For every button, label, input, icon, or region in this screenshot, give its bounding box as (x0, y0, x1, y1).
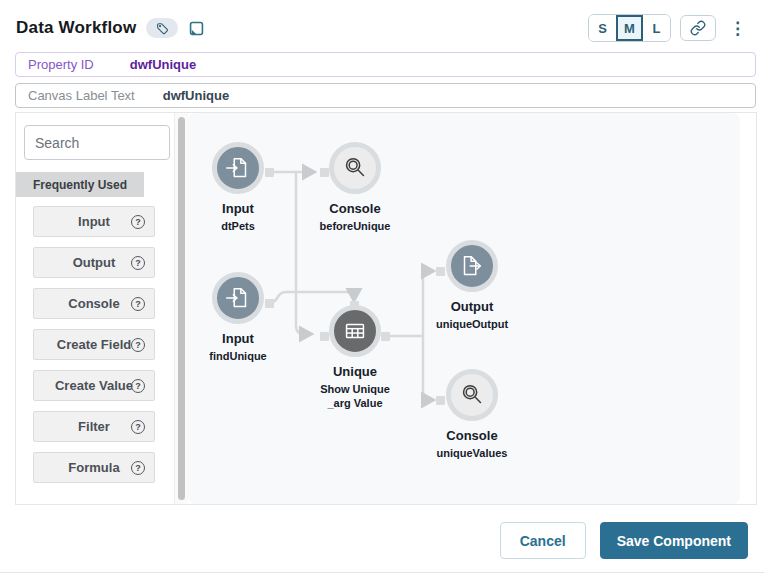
header-actions: S M L ⋮ (588, 14, 750, 42)
copy-note-button[interactable] (187, 19, 206, 38)
sidebar-item-list: Input ? Output ? Console ? Create Field … (16, 197, 174, 483)
link-button[interactable] (680, 15, 716, 41)
sidebar-item-label: Input (78, 214, 110, 229)
help-icon[interactable]: ? (131, 297, 145, 311)
sidebar-section-header: Frequently Used (16, 172, 144, 197)
sidebar-item-output[interactable]: Output ? (33, 247, 155, 278)
sidebar-item-filter[interactable]: Filter ? (33, 411, 155, 442)
input-icon (223, 283, 253, 313)
size-small-button[interactable]: S (589, 15, 616, 41)
node-unique[interactable]: Unique Show Unique _arg Value (305, 305, 405, 411)
canvas-label-value: dwfUnique (163, 88, 229, 103)
console-icon (340, 153, 370, 183)
size-toggle-group: S M L (588, 14, 671, 42)
sidebar-item-label: Filter (78, 419, 110, 434)
help-icon[interactable]: ? (131, 420, 145, 434)
node-console-beforeunique[interactable]: Console beforeUnique (305, 142, 405, 234)
tag-badge[interactable] (146, 18, 178, 38)
workflow-canvas[interactable]: Input dtPets Console beforeUnique (188, 113, 740, 504)
canvas-label-label: Canvas Label Text (28, 88, 135, 103)
sidebar-item-label: Create Field (57, 337, 131, 352)
footer-actions: Cancel Save Component (500, 522, 748, 559)
sidebar-item-create-field[interactable]: Create Field ? (33, 329, 155, 360)
kebab-menu-button[interactable]: ⋮ (725, 20, 750, 37)
property-id-field[interactable]: Property ID dwfUnique (15, 52, 756, 77)
node-output-uniqueoutput[interactable]: Output uniqueOutput (422, 240, 522, 332)
sidebar-item-label: Create Value (55, 378, 133, 393)
operator-sidebar: Frequently Used Input ? Output ? Console… (16, 113, 174, 504)
header: Data Workflow S M L ⋮ (0, 0, 764, 52)
property-id-label: Property ID (28, 57, 94, 72)
sidebar-item-console[interactable]: Console ? (33, 288, 155, 319)
sidebar-item-create-value[interactable]: Create Value ? (33, 370, 155, 401)
cancel-button[interactable]: Cancel (500, 522, 586, 559)
sidebar-scrollbar[interactable] (174, 113, 188, 504)
tag-icon (156, 22, 169, 35)
canvas-label-field[interactable]: Canvas Label Text dwfUnique (15, 83, 756, 108)
workflow-panel: Frequently Used Input ? Output ? Console… (15, 112, 757, 505)
help-icon[interactable]: ? (131, 379, 145, 393)
help-icon[interactable]: ? (131, 215, 145, 229)
property-id-value: dwfUnique (130, 57, 196, 72)
help-icon[interactable]: ? (131, 461, 145, 475)
sidebar-item-formula[interactable]: Formula ? (33, 452, 155, 483)
sidebar-item-label: Output (73, 255, 116, 270)
sidebar-item-label: Console (68, 296, 119, 311)
output-icon (457, 251, 487, 281)
sidebar-item-label: Formula (68, 460, 119, 475)
sidebar-scrollbar-thumb[interactable] (178, 117, 185, 500)
note-icon (187, 19, 206, 38)
link-icon (690, 20, 706, 36)
console-icon (457, 380, 487, 410)
help-icon[interactable]: ? (131, 256, 145, 270)
data-workflow-editor: Data Workflow S M L ⋮ Property ID dwfUni… (0, 0, 764, 573)
input-icon (223, 153, 253, 183)
node-input-dtpets[interactable]: Input dtPets (188, 142, 288, 234)
sidebar-item-input[interactable]: Input ? (33, 206, 155, 237)
size-medium-button[interactable]: M (616, 15, 643, 41)
save-component-button[interactable]: Save Component (600, 522, 748, 559)
search-input[interactable] (24, 125, 170, 160)
node-console-uniquevalues[interactable]: Console uniqueValues (422, 369, 522, 461)
node-input-findunique[interactable]: Input findUnique (188, 272, 288, 364)
page-title: Data Workflow (16, 18, 136, 38)
table-icon (340, 316, 370, 346)
size-large-button[interactable]: L (643, 15, 670, 41)
help-icon[interactable]: ? (131, 338, 145, 352)
